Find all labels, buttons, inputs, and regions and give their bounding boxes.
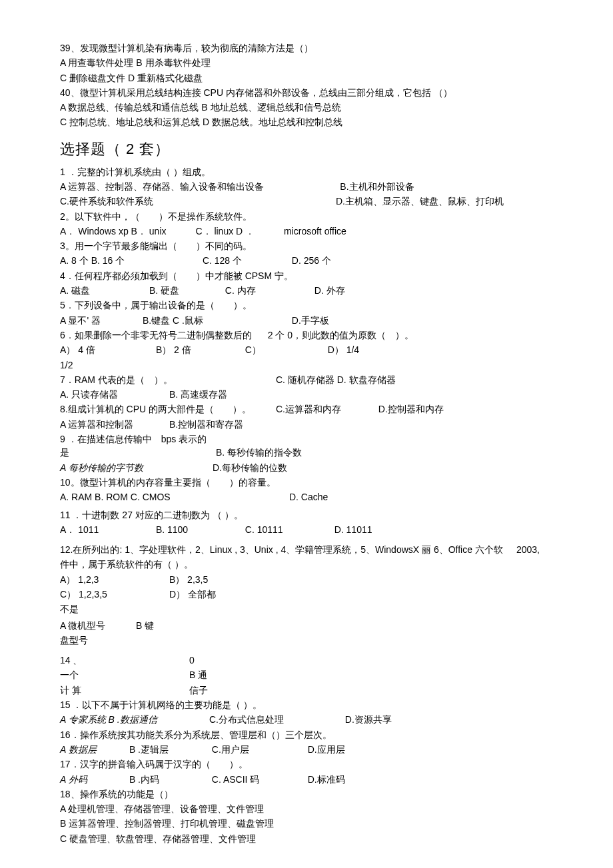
q12-stem-r: 2003, (516, 543, 540, 556)
q16-a: A 数据层 (60, 743, 127, 756)
q17-b: B .内码 (129, 773, 209, 786)
q16-c: C.用户层 (212, 743, 305, 756)
q40-stem: 40、微型计算机采用总线结构连接 CPU 内存储器和外部设备，总线由三部分组成，… (60, 86, 553, 99)
q15-opts: A 专家系统 B .数据通信 C.分布式信息处理 D.资源共享 (60, 713, 553, 726)
q18-b: B 运算器管理、控制器管理、打印机管理、磁盘管理 (60, 817, 553, 830)
q14-r2: 一个 B 通 (60, 668, 553, 681)
q5-bc: B.键盘 C .鼠标 (143, 314, 289, 327)
q1-b: B.主机和外部设备 (340, 180, 414, 193)
q12-frag1: A 微机型号 (60, 619, 133, 632)
q15-stem: 15 ．以下不属于计算机网络的主要功能是（ ）。 (60, 698, 553, 711)
q4-b: B. 硬盘 (149, 284, 223, 297)
q12-frag-row: A 微机型号 B 键 (60, 619, 553, 632)
q8-ab: A 运算器和控制器 B.控制器和寄存器 (60, 418, 553, 431)
q12-frag3: 盘型号 (60, 634, 553, 647)
q18-a: A 处理机管理、存储器管理、设备管理、文件管理 (60, 802, 553, 815)
q17-d: D.标准码 (308, 773, 345, 786)
q5-stem: 5．下列设备中，属于输出设备的是（ ）。 (60, 298, 553, 312)
q12-stem-l: 12.在所列出的: 1、字处理软件，2、Linux , 3、Unix , 4、学… (60, 543, 503, 556)
q6-c: C） (245, 343, 325, 356)
q14-l3b: 信子 (189, 683, 208, 697)
q3-d: D. 256 个 (292, 254, 331, 267)
q2-opts: A． Windows xp B． unix C． linux D ． micro… (60, 224, 553, 238)
q14-l1a: 14 、 (60, 653, 187, 667)
q12-c: C） 1,2,3,5 (60, 588, 167, 601)
q6-stem: 6．如果删除一个非零无符号二进制偶整数后的 2 个 0，则此数的值为原数（ ）。 (60, 328, 553, 342)
q3-ab: A. 8 个 B. 16 个 (60, 254, 200, 267)
q10-d: D. Cache (289, 490, 328, 504)
q1-row-ab: A 运算器、控制器、存储器、输入设备和输出设备 B.主机和外部设备 (60, 180, 553, 193)
q17-c: C. ASCII 码 (212, 773, 305, 786)
q15-ab: A 专家系统 B .数据通信 (60, 713, 207, 726)
q17-stem: 17．汉字的拼音输入码属于汉字的（ ）。 (60, 757, 553, 771)
q6-a: A） 4 倍 (60, 343, 153, 356)
q14-l1b: 0 (189, 653, 195, 667)
q3-opts: A. 8 个 B. 16 个 C. 128 个 D. 256 个 (60, 254, 553, 267)
q14-l2a: 一个 (60, 668, 187, 681)
q8-stem: 8.组成计算机的 CPU 的两大部件是（ ）。 (60, 402, 273, 416)
q1-a: A 运算器、控制器、存储器、输入设备和输出设备 (60, 180, 264, 193)
q15-d: D.资源共享 (345, 713, 392, 726)
q8-a: A 运算器和控制器 (60, 418, 167, 431)
q6-opts: A） 4 倍 B） 2 倍 C） D） 1/4 (60, 343, 553, 356)
q2-ab: A． Windows xp B． unix (60, 224, 167, 238)
q12-cd: C） 1,2,3,5 D） 全部都 (60, 588, 553, 601)
q14-r3: 计 算 信子 (60, 683, 553, 697)
q4-a: A. 磁盘 (60, 284, 147, 297)
q18-stem: 18、操作系统的功能是（） (60, 787, 553, 801)
q10-opts: A. RAM B. ROM C. CMOS D. Cache (60, 490, 553, 504)
q39-opts-ab: A 用查毒软件处理 B 用杀毒软件处理 (60, 56, 553, 69)
q7-stem: 7．RAM 代表的是（ ）。 (60, 373, 273, 386)
q4-opts: A. 磁盘 B. 硬盘 C. 内存 D. 外存 (60, 284, 553, 297)
q11-opts: A． 1011 B. 1100 C. 10111 D. 11011 (60, 523, 553, 536)
q7-stem-row: 7．RAM 代表的是（ ）。 C. 随机存储器 D. 软盘存储器 (60, 373, 553, 386)
q7-a: A. 只读存储器 (60, 388, 167, 401)
q1-c: C.硬件系统和软件系统 (60, 195, 153, 208)
q18-c: C 硬盘管理、软盘管理、存储器管理、文件管理 (60, 832, 553, 845)
q16-opts: A 数据层 B .逻辑层 C.用户层 D.应用层 (60, 743, 553, 756)
q7-cd: C. 随机存储器 D. 软盘存储器 (276, 373, 396, 386)
q3-c: C. 128 个 (203, 254, 289, 267)
q9-row1: 9 ．在描述信息传输中 bps 表示的是 B. 每秒传输的指令数 (60, 432, 553, 460)
q5-a: A 显不' 器 (60, 314, 140, 327)
q10-abc: A. RAM B. ROM C. CMOS (60, 490, 287, 504)
q17-opts: A 外码 B .内码 C. ASCII 码 D.标准码 (60, 773, 553, 786)
q16-d: D.应用层 (308, 743, 345, 756)
q9-d: D.每秒传输的位数 (213, 461, 287, 474)
q12-tail: 不是 (60, 602, 553, 616)
q3-stem: 3。用一个字节最多能编出（ ）不同的码。 (60, 239, 553, 252)
q6-stem-l: 6．如果删除一个非零无符号二进制偶整数后的 (60, 328, 252, 342)
q40-opts-cd: C 控制总统、地址总线和运算总线 D 数据总线。地址总线和控制总线 (60, 115, 553, 129)
q6-d: D） 1/4 (328, 343, 359, 356)
q14-r1: 14 、 0 (60, 653, 553, 667)
q12-stem1-row: 12.在所列出的: 1、字处理软件，2、Linux , 3、Unix , 4、学… (60, 543, 553, 556)
q6-b: B） 2 倍 (156, 343, 243, 356)
q11-stem: 11 ．十进制数 27 对应的二进制数为 （ ）。 (60, 508, 553, 522)
q7-ab: A. 只读存储器 B. 高速缓存器 (60, 388, 553, 401)
q39-opts-cd: C 删除磁盘文件 D 重新格式化磁盘 (60, 71, 553, 85)
q2-d: microsoft office (284, 224, 346, 238)
q4-stem: 4．任何程序都必须加载到（ ）中才能被 CPSM 宁。 (60, 269, 553, 282)
q8-d: D.控制器和内存 (378, 402, 444, 416)
q2-c: C． linux D ． (195, 224, 255, 238)
q12-stem2: 件中，属于系统软件的有（ ）。 (60, 558, 553, 571)
q5-opts: A 显不' 器 B.键盘 C .鼠标 D.手字板 (60, 314, 553, 327)
q8-b: B.控制器和寄存器 (169, 418, 243, 431)
q11-c: C. 10111 (245, 523, 332, 536)
q1-d: D.主机箱、显示器、键盘、鼠标、打印机 (336, 195, 504, 208)
q11-b: B. 1100 (156, 523, 243, 536)
q12-frag2: B 键 (136, 619, 154, 632)
q6-stem-r: 2 个 0，则此数的值为原数（ ）。 (268, 328, 414, 342)
q6-extra: 1/2 (60, 358, 553, 372)
q9-stem: 9 ．在描述信息传输中 bps 表示的是 (60, 432, 213, 460)
q12-ab: A） 1,2,3 B） 2,3,5 (60, 573, 553, 586)
q7-b: B. 高速缓存器 (169, 388, 227, 401)
q15-c: C.分布式信息处理 (209, 713, 342, 726)
q1-stem: 1 ．完整的计算机系统由（ ）组成。 (60, 165, 553, 179)
q11-d: D. 11011 (334, 523, 372, 536)
q14-l2b: B 通 (189, 668, 207, 681)
q39-stem: 39、发现微型计算机染有病毒后，较为彻底的清除方法是（） (60, 41, 553, 55)
q5-d: D.手字板 (292, 314, 329, 327)
q16-stem: 16．操作系统按其功能关系分为系统层、管理层和（）三个层次。 (60, 728, 553, 741)
q4-c: C. 内存 (225, 284, 312, 297)
